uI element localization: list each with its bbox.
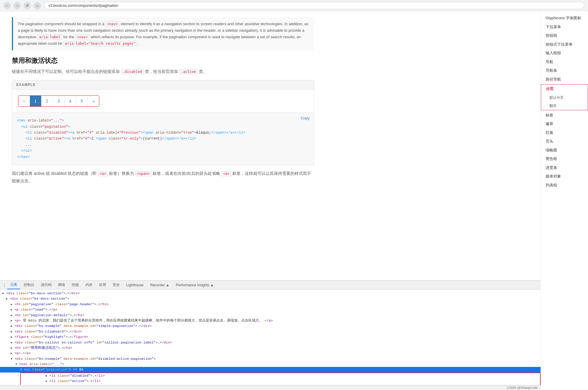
content-area: The pagination component should be wrapp…: [0, 11, 541, 390]
example-box: EXAMPLE « 1 2 3: [12, 80, 314, 113]
info-mid2: for the: [63, 35, 74, 39]
note-code3: <a>: [221, 171, 231, 176]
note-prefix: 我们建议将 active 或 disabled 状态的链接（即: [12, 171, 97, 176]
sidebar-group-pagination: 分页 默认分页 翻页: [541, 84, 588, 110]
tree-line[interactable]: ▶ <li class="active">…</li>: [21, 378, 540, 384]
tree-line[interactable]: ▶ <div class="bs-clipboard">…</div>: [0, 329, 541, 334]
sidebar-item-breadcrumb[interactable]: 路径导航: [541, 75, 588, 84]
devtools-tree[interactable]: ▶ <div class="bs-docs-section">…</div> ▶…: [0, 290, 541, 385]
tree-line[interactable]: ▼ <nav aria-label="...">: [0, 362, 541, 367]
pagination-demo: « 1 2 3 4: [18, 95, 99, 107]
sidebar-item-input[interactable]: 输入框组: [541, 49, 588, 57]
note-mid1: 标签）替换为: [109, 171, 134, 176]
bottom-bar: CSDN @ShangCode: [0, 385, 541, 390]
info-code1: <nav>: [106, 21, 120, 27]
tree-line[interactable]: ▶ <figure class="highlight">…</figure>: [0, 334, 541, 340]
sidebar-item-nav[interactable]: 导航: [541, 57, 588, 66]
sidebar-item-badges[interactable]: 徽章: [541, 119, 588, 128]
tab-network[interactable]: 网络: [55, 281, 68, 289]
sidebar-item-glyphicons[interactable]: Glyphicons 字体图标: [541, 14, 588, 23]
copy-button[interactable]: Copy: [301, 116, 310, 120]
devtools-panel: ⋮ 元素 控制台 源代码 网络 性能 内存 应用 安全 Lighthouse R…: [0, 280, 541, 390]
sidebar-item-pager[interactable]: 翻页: [541, 102, 588, 110]
devtools-tabs: ⋮ 元素 控制台 源代码 网络 性能 内存 应用 安全 Lighthouse R…: [0, 281, 541, 290]
info-block: The pagination component should be wrapp…: [12, 17, 314, 50]
url-bar[interactable]: [44, 2, 584, 9]
page-2-link[interactable]: 2: [41, 96, 53, 106]
tree-line[interactable]: ▶ <li class="disabled">…</li>: [21, 373, 540, 378]
sidebar-item-alerts[interactable]: 警告框: [541, 154, 588, 163]
note-code2: <span>: [135, 171, 151, 176]
back-button[interactable]: ←: [4, 2, 11, 9]
tab-performance[interactable]: 性能: [69, 281, 82, 289]
desc-suffix: 类。: [199, 69, 207, 74]
info-code3: <nav>: [75, 34, 90, 40]
tab-performance-insights[interactable]: Performance insights ▲: [173, 282, 217, 289]
section-title: 禁用和激活状态: [12, 56, 314, 65]
devtools-dots[interactable]: ⋮: [2, 283, 7, 287]
sidebar-item-pagination[interactable]: 分页: [541, 84, 588, 93]
tree-line[interactable]: ▶ <p>…</p>: [0, 351, 541, 356]
tab-memory[interactable]: 内存: [82, 281, 95, 289]
tab-recorder[interactable]: Recorder ▲: [147, 282, 172, 289]
info-end: .: [138, 41, 140, 46]
home-button[interactable]: ⌂: [34, 2, 41, 9]
page-4-link[interactable]: 4: [65, 96, 76, 106]
tab-application[interactable]: 应用: [96, 281, 109, 289]
page-3[interactable]: 3: [53, 96, 65, 106]
page-5-link[interactable]: 5: [76, 96, 87, 106]
sidebar-item-labels[interactable]: 标签: [541, 111, 588, 120]
main-layout: The pagination component should be wrapp…: [0, 11, 588, 390]
info-text: The pagination component should be wrapp…: [18, 22, 104, 26]
page-5[interactable]: 5: [76, 96, 88, 106]
tab-console[interactable]: 控制台: [21, 281, 37, 289]
prev-link[interactable]: «: [18, 96, 30, 106]
desc-prefix: 链接在不同情况下可以定制。你可以给不能点击的链接添加: [12, 69, 120, 74]
section-desc: 链接在不同情况下可以定制。你可以给不能点击的链接添加 .disabled 类，给…: [12, 68, 314, 75]
devtools-content: ▶ <div class="bs-docs-section">…</div> ▶…: [0, 290, 541, 385]
page-1-link[interactable]: 1: [30, 96, 41, 106]
tree-line[interactable]: ▶ <p class="lead">…</p>: [0, 307, 541, 312]
tab-sources[interactable]: 源代码: [38, 281, 55, 289]
sidebar-item-dropdown[interactable]: 下拉菜单: [541, 23, 588, 31]
tree-line[interactable]: ▶ <h1 id="pagination" class="page-header…: [0, 302, 541, 307]
reload-button[interactable]: ↺: [24, 2, 31, 9]
tree-line[interactable]: ▶ <div class="bs-callout bs-callout-info…: [0, 340, 541, 345]
sidebar-item-progress[interactable]: 进度条: [541, 163, 588, 172]
sidebar-item-button-dropdown[interactable]: 按钮式下拉菜单: [541, 40, 588, 49]
sidebar-item-list-group[interactable]: 列表组: [541, 181, 588, 190]
tree-line-selected[interactable]: ▼ <ul class="pagination"> == $0: [0, 367, 541, 372]
sidebar-item-navbar[interactable]: 导航条: [541, 66, 588, 75]
page-next[interactable]: »: [88, 96, 99, 106]
sidebar-item-jumbotron[interactable]: 巨幕: [541, 128, 588, 137]
tree-line[interactable]: ▶ <h3 id="禁用和激活状态">…</h3>: [0, 345, 541, 351]
page-2[interactable]: 2: [41, 96, 53, 106]
page-3-link[interactable]: 3: [53, 96, 64, 106]
note-code1: <a>: [98, 171, 108, 176]
tab-security[interactable]: 安全: [110, 281, 123, 289]
tree-line[interactable]: ▶ <h2 id="pagination-default">…</h2>: [0, 313, 541, 318]
sidebar-item-thumbnails[interactable]: 缩略图: [541, 146, 588, 155]
desc-mid: 类，给当前页添加: [145, 69, 178, 74]
page-4[interactable]: 4: [65, 96, 76, 106]
disabled-code: .disabled: [121, 69, 144, 74]
sidebar-item-media[interactable]: 媒体对象: [541, 172, 588, 181]
tab-lighthouse[interactable]: Lighthouse: [123, 282, 147, 289]
browser-bar: ← → ↺ ⌂: [0, 0, 588, 11]
tree-line[interactable]: ▶ <p> 受 Rdio 的启发，我们提供了这个简单的分页组件，用在应用或搜索结…: [0, 318, 541, 323]
page-prev[interactable]: «: [18, 96, 30, 106]
next-link[interactable]: »: [88, 96, 99, 106]
active-code: .active: [179, 69, 198, 74]
sidebar-item-buttons[interactable]: 按钮组: [541, 31, 588, 40]
tree-line[interactable]: ▶ <div class="bs-docs-section">…</div>: [0, 291, 541, 296]
note-text: 我们建议将 active 或 disabled 状态的链接（即 <a> 标签）替…: [12, 170, 314, 185]
sidebar-item-default-pagination[interactable]: 默认分页: [541, 93, 588, 102]
tree-line[interactable]: ▶ <div class="bs-docs-section">: [0, 296, 541, 301]
page-content: The pagination component should be wrapp…: [0, 11, 326, 280]
tree-line[interactable]: ▶ <div class="bs-example" data-example-i…: [0, 323, 541, 329]
sidebar-item-page-header[interactable]: 页头: [541, 137, 588, 146]
page-1[interactable]: 1: [30, 96, 41, 106]
tree-line[interactable]: ▼ <div class="bs-example" data-example-i…: [0, 356, 541, 362]
tab-elements[interactable]: 元素: [7, 281, 20, 289]
forward-button[interactable]: →: [14, 2, 21, 9]
